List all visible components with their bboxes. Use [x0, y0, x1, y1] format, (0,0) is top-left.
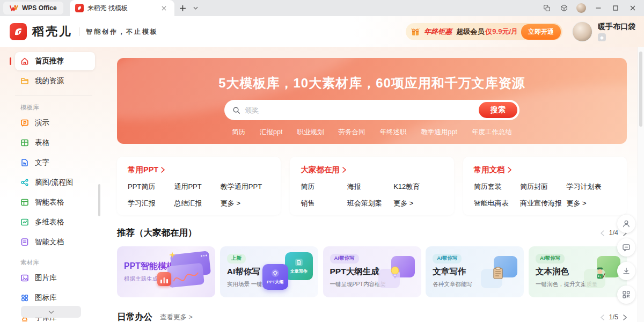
- search-input[interactable]: [245, 106, 479, 114]
- wps-logo-icon: [10, 4, 18, 12]
- panel-title-row[interactable]: 大家都在用: [301, 165, 443, 175]
- panel-link[interactable]: 海报: [347, 182, 390, 192]
- sidebar-item-label: 我的资源: [35, 76, 64, 86]
- panel-title-row[interactable]: 常用文档: [474, 165, 616, 175]
- profile-float-button[interactable]: [617, 215, 635, 233]
- daily-see-more[interactable]: 查看更多 >: [160, 313, 193, 322]
- user-avatar[interactable]: [572, 21, 592, 42]
- panel-link[interactable]: 班会策划案: [347, 199, 390, 208]
- card-badge: AI帮你写: [536, 254, 565, 264]
- hot-tag[interactable]: 年度工作总结: [472, 128, 512, 137]
- main-scrollbar-track[interactable]: [638, 47, 644, 322]
- prev-page-icon[interactable]: [601, 230, 604, 236]
- banner-headline: 5大模板库，10大素材库，60项应用和千万文库资源: [117, 58, 627, 92]
- panel-link-more[interactable]: 更多 >: [221, 199, 270, 208]
- panel-title-row[interactable]: 常用PPT: [128, 165, 270, 175]
- tab-close-icon[interactable]: [159, 3, 169, 13]
- panel-link[interactable]: 智能电商表: [474, 199, 517, 208]
- panel-common-docs: 常用文档 简历套装 简历封面 学习计划表 智能电商表 商业宣传海报 更多 >: [463, 157, 627, 215]
- panel-link[interactable]: 简历封面: [520, 182, 563, 192]
- sidebar-item-spreadsheet[interactable]: 表格: [15, 134, 95, 152]
- panel-link[interactable]: K12教育: [393, 182, 443, 192]
- daily-pager: 1/5: [601, 313, 627, 321]
- download-float-button[interactable]: [617, 262, 635, 280]
- document-icon: [20, 158, 29, 167]
- qr-code-float-button[interactable]: [617, 286, 635, 304]
- daily-section-header: 日常办公 查看更多 > 1/5: [117, 311, 627, 322]
- recommend-section-header: 推荐（大家都在用） 1/4: [117, 227, 627, 239]
- panel-link-more[interactable]: 更多 >: [393, 199, 443, 208]
- panel-link[interactable]: 学习汇报: [128, 199, 171, 208]
- sidebar-scrollbar-thumb[interactable]: [98, 184, 100, 216]
- user-account[interactable]: 暖手布口袋 ◆: [572, 21, 635, 42]
- panel-link[interactable]: 商业宣传海报: [520, 199, 563, 208]
- sidebar-item-home-recommend[interactable]: 首页推荐: [15, 52, 95, 70]
- hot-tag[interactable]: 年终述职: [380, 128, 407, 137]
- panel-link[interactable]: 通用PPT: [174, 182, 217, 192]
- hot-tag[interactable]: 劳务合同: [339, 128, 365, 137]
- hot-tag[interactable]: 职业规划: [297, 128, 324, 137]
- sidebar-item-icon-library[interactable]: 图标库: [15, 289, 95, 307]
- main-scrollbar-thumb[interactable]: [639, 52, 642, 127]
- promo-price: 仅9.9元/月: [485, 27, 518, 36]
- maximize-button[interactable]: [608, 1, 624, 15]
- new-tab-button[interactable]: [177, 2, 189, 14]
- panel-links: 简历套装 简历封面 学习计划表 智能电商表 商业宣传海报 更多 >: [474, 182, 616, 208]
- card-text-polish[interactable]: AI帮你写 文本润色 一键润色，提升文案质量: [529, 246, 627, 297]
- docer-tab-icon: [75, 4, 84, 12]
- minimize-button[interactable]: [590, 1, 606, 15]
- tab-list-dropdown[interactable]: [192, 2, 200, 14]
- slides-illustration: [167, 263, 204, 288]
- panel-link-more[interactable]: 更多 >: [566, 199, 616, 208]
- hot-tag[interactable]: 汇报ppt: [260, 128, 282, 137]
- sidebar-item-smart-sheet[interactable]: 智能表格: [15, 193, 95, 211]
- prev-page-icon[interactable]: [601, 314, 604, 320]
- sidebar-item-image-library[interactable]: 图片库: [15, 269, 95, 287]
- icon-grid-icon: [20, 294, 29, 302]
- daily-title: 日常办公: [117, 311, 152, 322]
- panel-common-ppt: 常用PPT PPT简历 通用PPT 教学通用PPT 学习汇报 总结汇报 更多 >: [117, 157, 281, 215]
- wps-home-label: WPS Office: [22, 4, 57, 12]
- sidebar-item-writer[interactable]: 文字: [15, 153, 95, 172]
- hot-tag[interactable]: 简历: [232, 128, 245, 137]
- sidebar-item-mindmap[interactable]: 脑图/流程图: [15, 173, 95, 192]
- sidebar-collapse-button[interactable]: [21, 306, 81, 318]
- close-button[interactable]: [625, 1, 641, 15]
- next-page-icon[interactable]: [623, 314, 627, 320]
- card-ai-write[interactable]: 上新 AI帮你写 实用场景 一键生成 文章写作 PPT大纲: [220, 246, 318, 297]
- brand-name: 稻壳儿: [32, 24, 72, 40]
- brand-tagline: 智能创作，不止模板: [86, 27, 158, 36]
- panel-link[interactable]: PPT简历: [128, 182, 171, 192]
- hot-tag[interactable]: 教学通用ppt: [421, 128, 457, 137]
- workspace-layout-icon[interactable]: [539, 1, 555, 15]
- card-ppt-outline-generate[interactable]: AI帮你写 PPT大纲生成 一键呈现PPT内容框架: [323, 246, 421, 297]
- sidebar-item-presentation[interactable]: 演示: [15, 114, 95, 132]
- card-ppt-smart-template[interactable]: PPT智能模板 根据主题生成模版: [117, 246, 215, 297]
- integration-cube-icon[interactable]: [556, 1, 572, 15]
- wps-home-button[interactable]: WPS Office: [3, 2, 63, 14]
- folder-icon: [20, 77, 29, 85]
- tab-docer[interactable]: 来稻壳 找模板: [70, 0, 174, 16]
- panel-link[interactable]: 销售: [301, 199, 343, 208]
- chart-tile-illustration: [157, 272, 171, 286]
- titlebar-avatar[interactable]: [573, 1, 589, 15]
- panel-link[interactable]: 简历套装: [474, 182, 517, 192]
- panel-link[interactable]: 总结汇报: [174, 199, 217, 208]
- panel-link[interactable]: 简历: [301, 182, 343, 192]
- panel-link[interactable]: 学习计划表: [566, 182, 616, 192]
- feedback-float-button[interactable]: [617, 238, 635, 257]
- search-button[interactable]: 搜索: [479, 102, 517, 118]
- sidebar-item-multidim-sheet[interactable]: 多维表格: [15, 213, 95, 231]
- panel-title: 大家都在用: [301, 165, 340, 175]
- member-promo-banner[interactable]: 年终钜惠 超级会员 仅9.9元/月 立即开通: [406, 23, 562, 40]
- sidebar-item-smart-doc[interactable]: 智能文档: [15, 233, 95, 251]
- sidebar-item-my-resources[interactable]: 我的资源: [15, 72, 95, 90]
- activate-membership-button[interactable]: 立即开通: [521, 24, 561, 40]
- panel-link[interactable]: 教学通用PPT: [221, 182, 270, 192]
- header-divider: [79, 27, 79, 36]
- chevron-right-icon: [161, 167, 165, 173]
- user-name: 暖手布口袋: [598, 22, 635, 32]
- titlebar: WPS Office 来稻壳 找模板: [0, 0, 644, 16]
- card-article-writing[interactable]: AI帮你写 文章写作 各种文章都能写: [426, 246, 524, 297]
- sidebar-item-label: 智能文档: [35, 237, 64, 247]
